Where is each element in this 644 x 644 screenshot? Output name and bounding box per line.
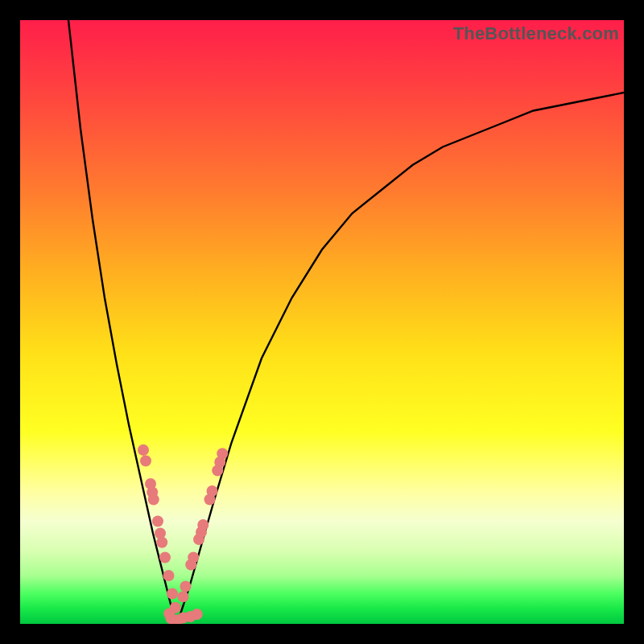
data-point	[138, 444, 149, 456]
data-point	[163, 570, 175, 581]
curve-right-limb	[177, 93, 624, 624]
data-point	[178, 591, 189, 602]
data-point	[159, 552, 171, 564]
data-point	[188, 552, 199, 564]
data-point	[140, 456, 151, 467]
dot-layer	[138, 444, 228, 624]
curve-layer	[68, 20, 624, 624]
data-point	[217, 448, 228, 460]
data-point	[197, 519, 208, 530]
data-point	[167, 588, 178, 600]
data-point	[156, 537, 167, 548]
data-point	[192, 609, 203, 620]
data-point	[180, 581, 192, 592]
data-point	[148, 494, 159, 506]
chart-svg	[20, 20, 624, 624]
data-point	[207, 485, 218, 497]
watermark-text: TheBottleneck.com	[453, 23, 619, 44]
data-point	[152, 516, 163, 527]
plot-area: TheBottleneck.com	[20, 20, 624, 624]
chart-frame: TheBottleneck.com	[0, 0, 644, 644]
